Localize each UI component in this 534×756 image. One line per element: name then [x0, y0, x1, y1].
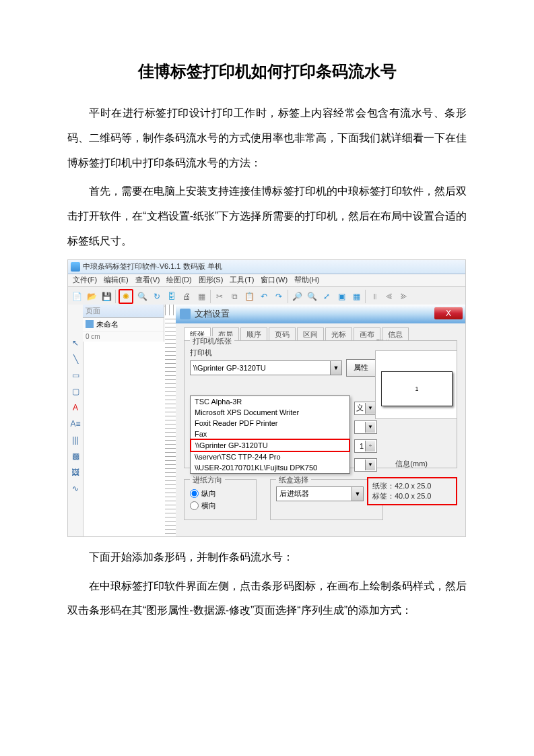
menu-shape[interactable]: 图形(S) [197, 275, 226, 285]
tab-section[interactable]: 区间 [297, 327, 324, 341]
toolbar-divider-4 [365, 290, 366, 303]
preview-box: 1 [375, 350, 457, 419]
grid-icon[interactable]: ▦ [195, 290, 207, 303]
menu-draw[interactable]: 绘图(D) [164, 275, 193, 285]
workarea: ↖ ╲ ▭ ▢ A A≡ ||| ▩ 🖼 ∿ 页面 未命名 0 cm [68, 305, 465, 536]
app-toolbar: 📄 📂 💾 ✺ 🔍 ↻ 🗄 🖨 ▦ ✂ ⧉ 📋 ↶ ↷ 🔎 🔍 ⤢ ▣ ▦ ⫴ … [68, 287, 465, 307]
zoom-icon[interactable]: 🔍 [136, 290, 148, 303]
dd-4[interactable]: ▼ [354, 458, 377, 472]
printer-dropdown[interactable]: TSC Alpha-3R Microsoft XPS Document Writ… [190, 396, 350, 474]
info-label: 信息(mm) [395, 459, 428, 469]
dd-1[interactable]: 义▼ [354, 402, 377, 415]
page-thumb-icon [86, 320, 94, 328]
toolbar-divider-3 [288, 290, 288, 303]
align3-icon[interactable]: ⫸ [398, 290, 410, 303]
dialog-title: 文档设置 [195, 308, 230, 320]
copy-icon[interactable]: ⧉ [228, 290, 240, 303]
radio-vertical-input[interactable] [190, 489, 199, 498]
menu-file[interactable]: 文件(F) [71, 275, 99, 285]
save-icon[interactable]: 💾 [100, 290, 112, 303]
rect2-icon[interactable]: ▢ [70, 387, 81, 398]
dd-2[interactable]: ▼ [354, 420, 377, 434]
printer-combo[interactable]: \\Gprinter GP-3120TU ▼ [190, 360, 342, 375]
richtext-icon[interactable]: A≡ [70, 419, 81, 430]
text-icon[interactable]: A [70, 403, 81, 414]
info-box: 纸张：42.0 x 25.0 标签：40.0 x 25.0 [367, 477, 457, 505]
docsettings-dialog: 文档设置 X 纸张 布局 顺序 页码 区间 光标 画布 信息 预览 [176, 305, 465, 537]
info-line-2: 标签：40.0 x 25.0 [372, 491, 452, 501]
tray-combo[interactable]: 后进纸器 ▼ [276, 486, 364, 501]
new-icon[interactable]: 📄 [71, 290, 83, 303]
menu-help[interactable]: 帮助(H) [292, 275, 321, 285]
opt-4-selected[interactable]: \\Gprinter GP-3120TU [190, 439, 350, 452]
app-title: 中琅条码标签打印软件-V6.1.1 数码版 单机 [83, 261, 222, 272]
sidepanel-header: 页面 [83, 305, 164, 318]
opt-1[interactable]: Microsoft XPS Document Writer [191, 407, 349, 418]
paragraph-1: 平时在进行标签打印设计打印工作时，标签上内容经常会包含有流水号、条形码、二维码等… [67, 101, 467, 175]
align2-icon[interactable]: ⫷ [383, 290, 395, 303]
print-icon[interactable]: 🖨 [180, 290, 193, 303]
tab-page[interactable]: 页码 [269, 327, 296, 341]
tray-group: 纸盒选择 后进纸器 ▼ [270, 479, 383, 520]
cut-icon[interactable]: ✂ [213, 290, 226, 303]
preview-label-thumb: 1 [381, 371, 453, 406]
refresh-icon[interactable]: ↻ [151, 290, 163, 303]
docsettings-icon[interactable]: ✺ [119, 289, 133, 304]
printer-value: \\Gprinter GP-3120TU [193, 364, 266, 372]
paragraph-3: 下面开始添加条形码，并制作条码流水号： [67, 545, 467, 570]
dd-spin[interactable]: 1÷ [354, 439, 377, 453]
menu-window[interactable]: 窗口(W) [259, 275, 290, 285]
dialog-titlebar: 文档设置 X [176, 305, 465, 323]
line-icon[interactable]: ╲ [70, 354, 81, 365]
align-icon[interactable]: ⫴ [368, 290, 380, 303]
fit-icon[interactable]: ⤢ [321, 290, 333, 303]
radio-vertical-label: 纵向 [201, 489, 216, 499]
tab-cursor[interactable]: 光标 [325, 327, 352, 341]
rect-icon[interactable]: ▭ [70, 371, 81, 381]
document-title: 佳博标签打印机如何打印条码流水号 [67, 61, 467, 82]
feed-direction-group: 进纸方向 纵向 横向 [184, 479, 257, 520]
qrcode-icon[interactable]: ▩ [70, 451, 81, 462]
toolbar-divider [115, 290, 116, 303]
tray-value: 后进纸器 [279, 489, 309, 499]
redo-icon[interactable]: ↷ [273, 290, 285, 303]
database-icon[interactable]: 🗄 [166, 290, 178, 303]
zoom100-icon[interactable]: ▣ [335, 290, 347, 303]
opt-3[interactable]: Fax [191, 429, 349, 439]
tab-order[interactable]: 顺序 [240, 327, 267, 341]
app-menubar: 文件(F) 编辑(E) 查看(V) 绘图(D) 图形(S) 工具(T) 窗口(W… [68, 274, 465, 287]
chevron-down-icon[interactable]: ▼ [330, 361, 341, 375]
menu-edit[interactable]: 编辑(E) [102, 275, 131, 285]
curve-icon[interactable]: ∿ [70, 484, 81, 495]
zoomin-icon[interactable]: 🔎 [291, 290, 303, 303]
chevron-down-icon-2[interactable]: ▼ [352, 487, 363, 501]
paragraph-4: 在中琅标签打印软件界面左侧，点击条形码图标，在画布上绘制条码样式，然后双击条形码… [67, 574, 467, 624]
sidepanel-row[interactable]: 未命名 [83, 318, 164, 332]
open-icon[interactable]: 📂 [86, 290, 98, 303]
radio-horizontal[interactable]: 横向 [190, 501, 251, 511]
opt-5[interactable]: \\server\TSC TTP-244 Pro [191, 451, 349, 462]
menu-view[interactable]: 查看(V) [133, 275, 162, 285]
undo-icon[interactable]: ↶ [258, 290, 270, 303]
app-screenshot: 中琅条码标签打印软件-V6.1.1 数码版 单机 文件(F) 编辑(E) 查看(… [67, 259, 466, 537]
image-icon[interactable]: 🖼 [70, 468, 81, 478]
feed-direction-title: 进纸方向 [190, 475, 225, 485]
pointer-icon[interactable]: ↖ [70, 338, 81, 349]
printer-group-title: 打印机/纸张 [190, 336, 234, 346]
close-button[interactable]: X [434, 307, 463, 319]
radio-horizontal-label: 横向 [201, 501, 216, 511]
menu-tool[interactable]: 工具(T) [228, 275, 256, 285]
radio-horizontal-input[interactable] [190, 501, 199, 510]
paste-icon[interactable]: 📋 [243, 290, 255, 303]
properties-button[interactable]: 属性 [346, 359, 376, 377]
barcode-icon[interactable]: ||| [70, 435, 81, 446]
radio-vertical[interactable]: 纵向 [190, 489, 251, 499]
app-titlebar: 中琅条码标签打印软件-V6.1.1 数码版 单机 [68, 260, 465, 274]
paragraph-2: 首先，需要在电脑上安装支持连接佳博标签打印机的中琅标签打印软件，然后双击打开软件… [67, 179, 467, 253]
opt-6[interactable]: \\USER-20170701KL\Fujitsu DPK750 [191, 462, 349, 473]
dialog-icon [180, 309, 191, 319]
opt-0[interactable]: TSC Alpha-3R [191, 396, 349, 407]
zoomout-icon[interactable]: 🔍 [306, 290, 318, 303]
zoom-all-icon[interactable]: ▦ [350, 290, 362, 303]
opt-2[interactable]: Foxit Reader PDF Printer [191, 418, 349, 429]
